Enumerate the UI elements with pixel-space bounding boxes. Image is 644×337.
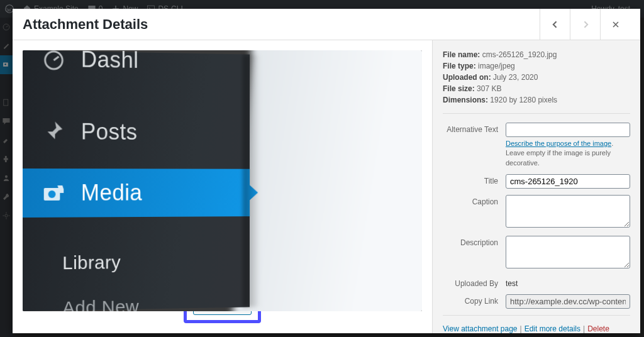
description-field[interactable] [506,236,630,268]
prev-attachment-button[interactable] [540,9,570,40]
side-appearance-icon[interactable] [0,131,13,150]
alt-text-label: Alternative Text [443,123,506,168]
pin-icon [42,119,66,144]
side-posts-icon[interactable] [0,36,13,55]
caption-label: Caption [443,195,506,229]
view-attachment-link[interactable]: View attachment page [443,324,518,333]
attachment-image: Dashl Posts Media Library Add New [23,50,422,311]
uploadedby-label: Uploaded By [443,277,506,288]
side-pages-icon[interactable] [0,93,13,112]
attachment-modal: Attachment Details Dashl Posts [13,9,640,333]
svg-point-7 [5,214,8,217]
admin-sidebar [0,18,13,337]
attachment-preview-panel: Dashl Posts Media Library Add New [13,40,433,333]
copylink-field[interactable] [506,294,630,309]
svg-point-4 [4,64,6,65]
side-lib-icon[interactable] [0,74,13,93]
side-dash-icon[interactable] [0,18,13,36]
next-attachment-button [570,9,600,40]
modal-header: Attachment Details [13,9,640,40]
svg-rect-5 [4,99,8,106]
side-comments-icon[interactable] [0,112,13,131]
description-label: Description [443,236,506,270]
attachment-details-panel: File name: cms-265126_1920.jpg File type… [433,40,640,333]
side-users-icon[interactable] [0,168,13,187]
title-field[interactable] [506,174,630,189]
modal-title: Attachment Details [23,16,540,33]
svg-point-10 [48,191,56,198]
caption-field[interactable] [506,195,630,228]
uploadedby-value: test [506,277,630,288]
close-modal-button[interactable] [600,9,630,40]
svg-point-8 [45,52,63,69]
side-settings-icon[interactable] [0,206,13,225]
side-tools-icon[interactable] [0,187,13,206]
camera-icon [42,180,66,206]
svg-point-6 [5,175,8,178]
side-plugins-icon[interactable] [0,150,13,168]
title-label: Title [443,174,506,189]
alt-help-link[interactable]: Describe the purpose of the image [506,140,611,147]
attachment-actions: View attachment page|Edit more details|D… [443,324,630,333]
side-media-icon[interactable] [0,55,13,74]
gauge-icon [42,50,66,72]
alt-text-help: Describe the purpose of the image. Leave… [506,139,630,168]
alt-text-field[interactable] [506,123,630,137]
edit-details-link[interactable]: Edit more details [525,324,580,333]
copylink-label: Copy Link [443,294,506,309]
attachment-meta: File name: cms-265126_1920.jpg File type… [443,49,630,106]
